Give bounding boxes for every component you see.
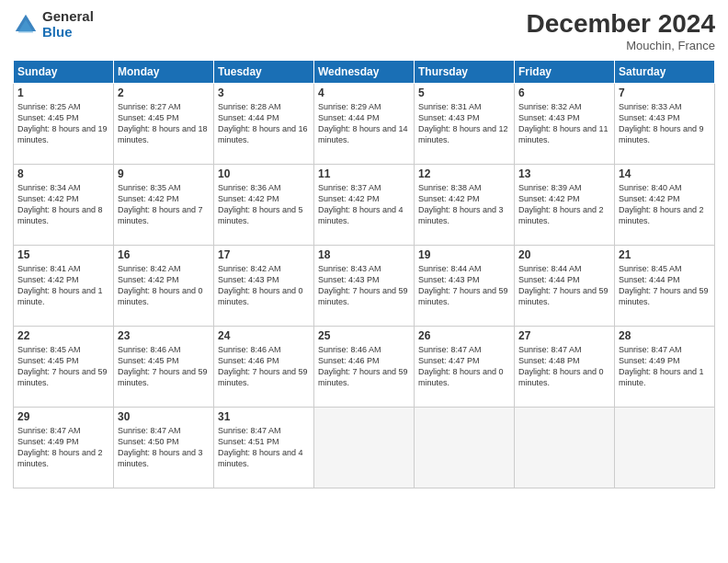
table-row [615,408,715,488]
col-sunday: Sunday [14,61,114,84]
day-number: 13 [518,167,610,180]
col-monday: Monday [114,61,214,84]
cell-info: Sunrise: 8:37 AMSunset: 4:42 PMDaylight:… [318,183,404,225]
day-number: 3 [218,86,310,99]
table-row: 8Sunrise: 8:34 AMSunset: 4:42 PMDaylight… [14,165,114,246]
table-row [415,408,515,488]
cell-info: Sunrise: 8:44 AMSunset: 4:44 PMDaylight:… [518,264,609,306]
day-number: 9 [118,167,210,180]
day-number: 29 [17,410,109,423]
cell-info: Sunrise: 8:47 AMSunset: 4:49 PMDaylight:… [17,426,103,468]
logo: General Blue [13,9,94,40]
day-number: 2 [118,86,210,99]
cell-info: Sunrise: 8:42 AMSunset: 4:43 PMDaylight:… [218,264,303,306]
calendar-week-row: 29Sunrise: 8:47 AMSunset: 4:49 PMDayligh… [14,408,715,488]
table-row: 17Sunrise: 8:42 AMSunset: 4:43 PMDayligh… [214,246,314,327]
table-row: 13Sunrise: 8:39 AMSunset: 4:42 PMDayligh… [515,165,615,246]
col-thursday: Thursday [415,61,515,84]
table-row: 19Sunrise: 8:44 AMSunset: 4:43 PMDayligh… [415,246,515,327]
location: Mouchin, France [527,39,715,52]
table-row: 3Sunrise: 8:28 AMSunset: 4:44 PMDaylight… [214,84,314,165]
day-number: 21 [619,248,711,261]
day-number: 1 [17,86,109,99]
day-number: 26 [418,329,510,342]
day-number: 8 [17,167,109,180]
table-row: 20Sunrise: 8:44 AMSunset: 4:44 PMDayligh… [515,246,615,327]
cell-info: Sunrise: 8:29 AMSunset: 4:44 PMDaylight:… [318,102,408,144]
day-number: 18 [318,248,410,261]
cell-info: Sunrise: 8:45 AMSunset: 4:45 PMDaylight:… [17,345,108,387]
table-row: 9Sunrise: 8:35 AMSunset: 4:42 PMDaylight… [114,165,214,246]
cell-info: Sunrise: 8:28 AMSunset: 4:44 PMDaylight:… [218,102,308,144]
table-row: 22Sunrise: 8:45 AMSunset: 4:45 PMDayligh… [14,327,114,408]
cell-info: Sunrise: 8:44 AMSunset: 4:43 PMDaylight:… [418,264,508,306]
day-number: 15 [17,248,109,261]
day-number: 23 [118,329,210,342]
calendar-header-row: Sunday Monday Tuesday Wednesday Thursday… [14,61,715,84]
table-row: 10Sunrise: 8:36 AMSunset: 4:42 PMDayligh… [214,165,314,246]
table-row: 31Sunrise: 8:47 AMSunset: 4:51 PMDayligh… [214,408,314,488]
table-row [515,408,615,488]
table-row: 21Sunrise: 8:45 AMSunset: 4:44 PMDayligh… [615,246,715,327]
day-number: 17 [218,248,310,261]
day-number: 25 [318,329,410,342]
header: General Blue December 2024 Mouchin, Fran… [13,9,715,52]
cell-info: Sunrise: 8:45 AMSunset: 4:44 PMDaylight:… [619,264,709,306]
calendar-week-row: 1Sunrise: 8:25 AMSunset: 4:45 PMDaylight… [14,84,715,165]
day-number: 11 [318,167,410,180]
table-row: 23Sunrise: 8:46 AMSunset: 4:45 PMDayligh… [114,327,214,408]
logo-text: General Blue [42,9,94,40]
cell-info: Sunrise: 8:47 AMSunset: 4:49 PMDaylight:… [619,345,704,387]
cell-info: Sunrise: 8:33 AMSunset: 4:43 PMDaylight:… [619,102,704,144]
logo-blue: Blue [42,25,94,40]
table-row: 30Sunrise: 8:47 AMSunset: 4:50 PMDayligh… [114,408,214,488]
day-number: 19 [418,248,510,261]
cell-info: Sunrise: 8:43 AMSunset: 4:43 PMDaylight:… [318,264,408,306]
cell-info: Sunrise: 8:41 AMSunset: 4:42 PMDaylight:… [17,264,103,306]
table-row: 5Sunrise: 8:31 AMSunset: 4:43 PMDaylight… [415,84,515,165]
day-number: 24 [218,329,310,342]
table-row: 11Sunrise: 8:37 AMSunset: 4:42 PMDayligh… [314,165,415,246]
table-row: 14Sunrise: 8:40 AMSunset: 4:42 PMDayligh… [615,165,715,246]
day-number: 27 [518,329,610,342]
table-row [314,408,415,488]
table-row: 2Sunrise: 8:27 AMSunset: 4:45 PMDaylight… [114,84,214,165]
calendar-week-row: 22Sunrise: 8:45 AMSunset: 4:45 PMDayligh… [14,327,715,408]
day-number: 10 [218,167,310,180]
calendar-week-row: 8Sunrise: 8:34 AMSunset: 4:42 PMDaylight… [14,165,715,246]
table-row: 27Sunrise: 8:47 AMSunset: 4:48 PMDayligh… [515,327,615,408]
day-number: 14 [619,167,711,180]
cell-info: Sunrise: 8:47 AMSunset: 4:50 PMDaylight:… [118,426,203,468]
cell-info: Sunrise: 8:47 AMSunset: 4:48 PMDaylight:… [518,345,604,387]
table-row: 24Sunrise: 8:46 AMSunset: 4:46 PMDayligh… [214,327,314,408]
table-row: 16Sunrise: 8:42 AMSunset: 4:42 PMDayligh… [114,246,214,327]
calendar-week-row: 15Sunrise: 8:41 AMSunset: 4:42 PMDayligh… [14,246,715,327]
cell-info: Sunrise: 8:31 AMSunset: 4:43 PMDaylight:… [418,102,508,144]
day-number: 20 [518,248,610,261]
cell-info: Sunrise: 8:46 AMSunset: 4:46 PMDaylight:… [218,345,308,387]
col-friday: Friday [515,61,615,84]
day-number: 16 [118,248,210,261]
table-row: 12Sunrise: 8:38 AMSunset: 4:42 PMDayligh… [415,165,515,246]
day-number: 12 [418,167,510,180]
table-row: 28Sunrise: 8:47 AMSunset: 4:49 PMDayligh… [615,327,715,408]
day-number: 6 [518,86,610,99]
cell-info: Sunrise: 8:46 AMSunset: 4:46 PMDaylight:… [318,345,408,387]
table-row: 15Sunrise: 8:41 AMSunset: 4:42 PMDayligh… [14,246,114,327]
cell-info: Sunrise: 8:40 AMSunset: 4:42 PMDaylight:… [619,183,704,225]
table-row: 26Sunrise: 8:47 AMSunset: 4:47 PMDayligh… [415,327,515,408]
day-number: 30 [118,410,210,423]
cell-info: Sunrise: 8:35 AMSunset: 4:42 PMDaylight:… [118,183,203,225]
table-row: 29Sunrise: 8:47 AMSunset: 4:49 PMDayligh… [14,408,114,488]
logo-general: General [42,9,94,25]
day-number: 5 [418,86,510,99]
col-saturday: Saturday [615,61,715,84]
col-tuesday: Tuesday [214,61,314,84]
logo-icon [13,12,39,38]
cell-info: Sunrise: 8:32 AMSunset: 4:43 PMDaylight:… [518,102,609,144]
day-number: 28 [619,329,711,342]
day-number: 22 [17,329,109,342]
cell-info: Sunrise: 8:34 AMSunset: 4:42 PMDaylight:… [17,183,103,225]
calendar-table: Sunday Monday Tuesday Wednesday Thursday… [13,60,715,488]
table-row: 25Sunrise: 8:46 AMSunset: 4:46 PMDayligh… [314,327,415,408]
